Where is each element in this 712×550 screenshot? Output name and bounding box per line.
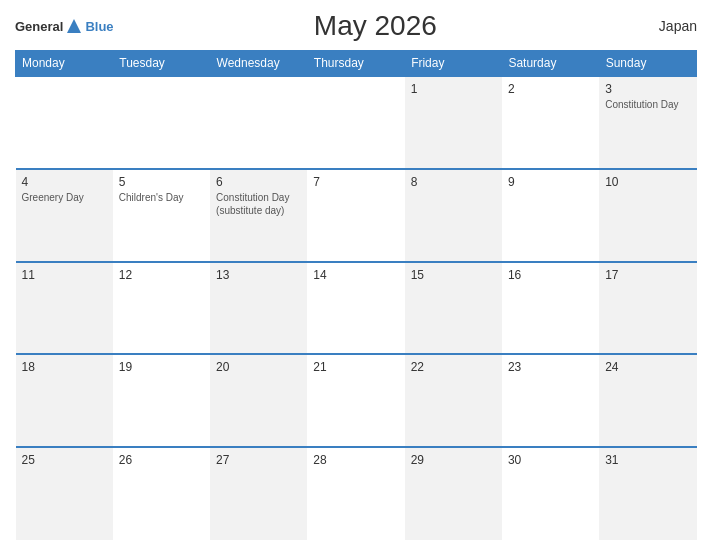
calendar-day: 18 xyxy=(16,354,113,447)
day-number: 31 xyxy=(605,453,690,467)
day-number: 29 xyxy=(411,453,496,467)
day-number: 5 xyxy=(119,175,204,189)
calendar-day: 1 xyxy=(405,76,502,169)
day-number: 16 xyxy=(508,268,593,282)
calendar-day: 5Children's Day xyxy=(113,169,210,262)
calendar-day: 17 xyxy=(599,262,696,355)
day-number: 2 xyxy=(508,82,593,96)
day-number: 12 xyxy=(119,268,204,282)
calendar-title: May 2026 xyxy=(114,10,637,42)
calendar-day: 12 xyxy=(113,262,210,355)
calendar-day: 24 xyxy=(599,354,696,447)
col-monday: Monday xyxy=(16,51,113,77)
col-saturday: Saturday xyxy=(502,51,599,77)
day-number: 3 xyxy=(605,82,690,96)
col-friday: Friday xyxy=(405,51,502,77)
calendar-day: 21 xyxy=(307,354,404,447)
calendar-week-5: 25262728293031 xyxy=(16,447,697,540)
day-number: 27 xyxy=(216,453,301,467)
calendar-day: 2 xyxy=(502,76,599,169)
logo-blue-text: Blue xyxy=(85,19,113,34)
calendar-week-3: 11121314151617 xyxy=(16,262,697,355)
day-number: 4 xyxy=(22,175,107,189)
calendar-table: Monday Tuesday Wednesday Thursday Friday… xyxy=(15,50,697,540)
calendar-day: 6Constitution Day (substitute day) xyxy=(210,169,307,262)
calendar-week-1: 123Constitution Day xyxy=(16,76,697,169)
logo-general-text: General xyxy=(15,19,63,34)
day-number: 20 xyxy=(216,360,301,374)
col-thursday: Thursday xyxy=(307,51,404,77)
day-number: 8 xyxy=(411,175,496,189)
calendar-day xyxy=(210,76,307,169)
country-label: Japan xyxy=(637,18,697,34)
day-number: 1 xyxy=(411,82,496,96)
calendar-day: 13 xyxy=(210,262,307,355)
calendar-day: 26 xyxy=(113,447,210,540)
calendar-day: 7 xyxy=(307,169,404,262)
column-headers: Monday Tuesday Wednesday Thursday Friday… xyxy=(16,51,697,77)
calendar-day: 3Constitution Day xyxy=(599,76,696,169)
day-number: 23 xyxy=(508,360,593,374)
calendar-day: 14 xyxy=(307,262,404,355)
calendar-page: General Blue May 2026 Japan Monday Tuesd… xyxy=(0,0,712,550)
col-wednesday: Wednesday xyxy=(210,51,307,77)
calendar-day: 11 xyxy=(16,262,113,355)
calendar-day: 4Greenery Day xyxy=(16,169,113,262)
day-number: 25 xyxy=(22,453,107,467)
day-number: 9 xyxy=(508,175,593,189)
calendar-day: 20 xyxy=(210,354,307,447)
holiday-label: Greenery Day xyxy=(22,191,107,204)
day-number: 15 xyxy=(411,268,496,282)
calendar-day: 31 xyxy=(599,447,696,540)
calendar-day: 27 xyxy=(210,447,307,540)
day-number: 6 xyxy=(216,175,301,189)
day-number: 22 xyxy=(411,360,496,374)
holiday-label: Constitution Day xyxy=(605,98,690,111)
logo-icon xyxy=(65,17,83,35)
calendar-day: 8 xyxy=(405,169,502,262)
calendar-day: 9 xyxy=(502,169,599,262)
calendar-day: 25 xyxy=(16,447,113,540)
calendar-day: 19 xyxy=(113,354,210,447)
holiday-label: Constitution Day (substitute day) xyxy=(216,191,301,217)
calendar-week-2: 4Greenery Day5Children's Day6Constitutio… xyxy=(16,169,697,262)
day-number: 24 xyxy=(605,360,690,374)
calendar-day: 10 xyxy=(599,169,696,262)
calendar-day xyxy=(307,76,404,169)
svg-marker-0 xyxy=(67,19,81,33)
day-number: 11 xyxy=(22,268,107,282)
day-number: 26 xyxy=(119,453,204,467)
day-number: 13 xyxy=(216,268,301,282)
day-number: 18 xyxy=(22,360,107,374)
calendar-day: 23 xyxy=(502,354,599,447)
day-number: 28 xyxy=(313,453,398,467)
day-number: 10 xyxy=(605,175,690,189)
logo: General Blue xyxy=(15,17,114,35)
day-number: 30 xyxy=(508,453,593,467)
day-number: 19 xyxy=(119,360,204,374)
calendar-day: 30 xyxy=(502,447,599,540)
calendar-day: 29 xyxy=(405,447,502,540)
day-number: 14 xyxy=(313,268,398,282)
day-number: 7 xyxy=(313,175,398,189)
header: General Blue May 2026 Japan xyxy=(15,10,697,42)
day-number: 17 xyxy=(605,268,690,282)
col-sunday: Sunday xyxy=(599,51,696,77)
calendar-week-4: 18192021222324 xyxy=(16,354,697,447)
calendar-day xyxy=(16,76,113,169)
day-number: 21 xyxy=(313,360,398,374)
col-tuesday: Tuesday xyxy=(113,51,210,77)
calendar-day: 16 xyxy=(502,262,599,355)
calendar-day: 15 xyxy=(405,262,502,355)
calendar-day xyxy=(113,76,210,169)
calendar-day: 28 xyxy=(307,447,404,540)
calendar-day: 22 xyxy=(405,354,502,447)
holiday-label: Children's Day xyxy=(119,191,204,204)
